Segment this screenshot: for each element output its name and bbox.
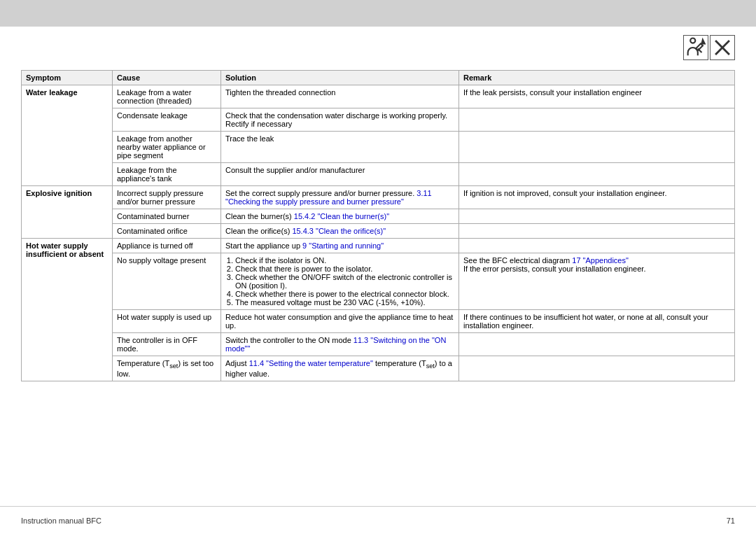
cause-tank: Leakage from the appliance's tank [113, 163, 221, 186]
table-row: Water leakage Leakage from a water conne… [22, 85, 735, 108]
cause-nearby: Leakage from another nearby water applia… [113, 132, 221, 163]
remark-condensate [459, 108, 735, 132]
footer-left: Instruction manual BFC [21, 517, 102, 525]
cause-threaded: Leakage from a water connection (threade… [113, 85, 221, 108]
wrench-person-svg [684, 36, 708, 59]
footer: Instruction manual BFC 71 [0, 506, 756, 534]
remark-orifice [459, 224, 735, 239]
cause-pressure: Incorrect supply pressure and/or burner … [113, 186, 221, 209]
wrench-person-icon [683, 35, 708, 60]
table-row: Temperature (Tset) is set too low. Adjus… [22, 356, 735, 381]
solution-pressure: Set the correct supply pressure and/or b… [221, 186, 459, 209]
solution-tank: Consult the supplier and/or manufacturer [221, 163, 459, 186]
solution-nearby: Trace the leak [221, 132, 459, 163]
solution-controller-off: Switch the controller to the ON mode 11.… [221, 333, 459, 356]
solution-orifice: Clean the orifice(s) 15.4.3 "Clean the o… [221, 224, 459, 239]
svg-point-0 [690, 38, 695, 43]
header-cause: Cause [113, 71, 221, 85]
cause-condensate: Condensate leakage [113, 108, 221, 132]
table-row: Contaminated orifice Clean the orifice(s… [22, 224, 735, 239]
remark-no-voltage: See the BFC electrical diagram 17 "Appen… [459, 253, 735, 310]
link-clean-burner[interactable]: 15.4.2 "Clean the burner(s)" [294, 212, 389, 220]
link-starting-running[interactable]: 9 "Starting and running" [302, 241, 384, 250]
solution-threaded: Tighten the threaded connection [221, 85, 459, 108]
remark-nearby [459, 132, 735, 163]
table-header-row: Symptom Cause Solution Remark [22, 71, 735, 85]
link-supply-pressure[interactable]: 3.11 "Checking the supply pressure and b… [225, 189, 432, 206]
link-appendices[interactable]: 17 "Appendices" [572, 256, 629, 265]
cause-burner: Contaminated burner [113, 209, 221, 224]
remark-temp-low [459, 356, 735, 381]
remark-tank [459, 163, 735, 186]
solution-item-3: Check whether the ON/OFF switch of the e… [235, 273, 454, 290]
footer-right: 71 [727, 517, 735, 525]
solution-temp-low: Adjust 11.4 "Setting the water temperatu… [221, 356, 459, 381]
solution-condensate: Check that the condensation water discha… [221, 108, 459, 132]
solution-no-voltage: Check if the isolator is ON. Check that … [221, 253, 459, 310]
remark-controller-off [459, 333, 735, 356]
cause-temp-low: Temperature (Tset) is set too low. [113, 356, 221, 381]
remark-threaded: If the leak persists, consult your insta… [459, 85, 735, 108]
table-row: Explosive ignition Incorrect supply pres… [22, 186, 735, 209]
table-row: The controller is in OFF mode. Switch th… [22, 333, 735, 356]
table-row: Hot water supply is used up Reduce hot w… [22, 310, 735, 333]
solution-appliance-off: Start the appliance up 9 "Starting and r… [221, 239, 459, 253]
solution-hot-water-used: Reduce hot water consumption and give th… [221, 310, 459, 333]
cause-no-voltage: No supply voltage present [113, 253, 221, 310]
content-area: Symptom Cause Solution Remark Water leak… [21, 70, 735, 492]
header-symptom: Symptom [22, 71, 113, 85]
table-row: Contaminated burner Clean the burner(s) … [22, 209, 735, 224]
top-bar [0, 0, 756, 27]
link-clean-orifice[interactable]: 15.4.3 "Clean the orifice(s)" [292, 227, 386, 235]
solution-item-1: Check if the isolator is ON. [235, 256, 454, 265]
cause-appliance-off: Appliance is turned off [113, 239, 221, 253]
cause-controller-off: The controller is in OFF mode. [113, 333, 221, 356]
page-container: Symptom Cause Solution Remark Water leak… [0, 0, 756, 534]
symptom-hot-water: Hot water supply insufficient or absent [22, 239, 113, 381]
table-row: Hot water supply insufficient or absent … [22, 239, 735, 253]
table-row: Leakage from another nearby water applia… [22, 132, 735, 163]
link-switching-on[interactable]: 11.3 "Switching on the "ON mode"" [225, 336, 446, 353]
table-row: Condensate leakage Check that the conden… [22, 108, 735, 132]
symptom-explosive: Explosive ignition [22, 186, 113, 239]
icons-area [683, 35, 735, 60]
cause-hot-water-used: Hot water supply is used up [113, 310, 221, 333]
remark-hot-water-used: If there continues to be insufficient ho… [459, 310, 735, 333]
remark-appliance-off [459, 239, 735, 253]
table-row: Leakage from the appliance's tank Consul… [22, 163, 735, 186]
main-table: Symptom Cause Solution Remark Water leak… [21, 70, 735, 381]
cross-svg [710, 36, 734, 59]
solution-item-2: Check that there is power to the isolato… [235, 265, 454, 273]
solution-item-4: Check whether there is power to the elec… [235, 290, 454, 298]
solution-burner: Clean the burner(s) 15.4.2 "Clean the bu… [221, 209, 459, 224]
table-row: No supply voltage present Check if the i… [22, 253, 735, 310]
cause-orifice: Contaminated orifice [113, 224, 221, 239]
remark-burner [459, 209, 735, 224]
cross-icon-box [710, 35, 735, 60]
solution-item-5: The measured voltage must be 230 VAC (-1… [235, 298, 454, 307]
symptom-water-leakage: Water leakage [22, 85, 113, 186]
header-remark: Remark [459, 71, 735, 85]
header-solution: Solution [221, 71, 459, 85]
remark-pressure: If ignition is not improved, consult you… [459, 186, 735, 209]
link-setting-temp[interactable]: 11.4 "Setting the water temperature" [249, 359, 373, 367]
